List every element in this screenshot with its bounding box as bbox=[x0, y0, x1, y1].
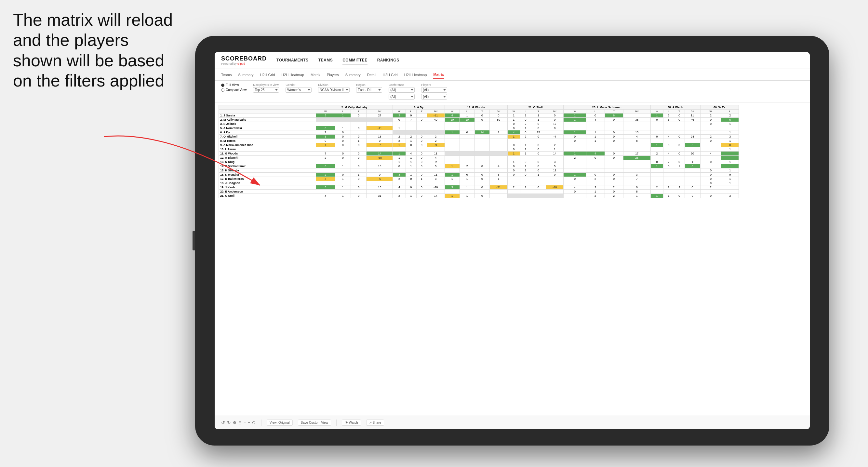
table-row: 7. O Mitchell 30018 2202 120-4 0104 0402… bbox=[219, 135, 739, 139]
sh-w4: W bbox=[507, 110, 520, 114]
player-name: 12. A Bianchi bbox=[219, 156, 316, 160]
subnav-detail[interactable]: Detail bbox=[367, 71, 376, 79]
redo-icon[interactable]: ↻ bbox=[227, 420, 231, 425]
subnav-h2h-grid2[interactable]: H2H Grid bbox=[383, 71, 398, 79]
separator2 bbox=[336, 419, 337, 426]
tablet-device: SCOREBOARD Powered by clippd TOURNAMENTS… bbox=[195, 36, 829, 445]
sh-w1: W bbox=[316, 110, 335, 114]
subnav-matrix[interactable]: Matrix bbox=[311, 71, 320, 79]
sh-w6: W bbox=[650, 110, 663, 114]
subnav-h2h-heatmap2[interactable]: H2H Heatmap bbox=[404, 71, 427, 79]
table-row: 20. E Andersson 0108 bbox=[219, 190, 739, 194]
max-players-label: Max players in view bbox=[253, 83, 279, 87]
player-name: 21. O Stoll bbox=[219, 194, 316, 198]
player-name: 17. D Ballesteros bbox=[219, 177, 316, 181]
subnav-h2h-grid[interactable]: H2H Grid bbox=[260, 71, 275, 79]
table-row: 11. G Woods 70014 14011 11014 14017 2402… bbox=[219, 152, 739, 156]
sh-d4: Dif bbox=[546, 110, 564, 114]
sh-d3: Dif bbox=[490, 110, 507, 114]
clock-icon[interactable]: ⏱ bbox=[252, 421, 256, 425]
col-header-empty bbox=[219, 105, 316, 110]
max-players-select[interactable]: Top 25 Top 10 Top 50 All bbox=[253, 87, 279, 93]
division-select[interactable]: NCAA Division II NCAA Division I NCAA Di… bbox=[318, 87, 350, 93]
player-name: 9. A Maria Jimenez Rios bbox=[219, 143, 316, 147]
table-row: 10. L Perini 0201 1 bbox=[219, 147, 739, 152]
table-row: 13. N Klug 110-2 1003 0201 01 bbox=[219, 160, 739, 164]
view-options: Full View Compact View bbox=[221, 83, 247, 92]
player-name: 7. O Mitchell bbox=[219, 135, 316, 139]
sh-t5: T bbox=[604, 110, 623, 114]
layers-icon[interactable]: ⊞ bbox=[238, 421, 242, 425]
view-original-button[interactable]: View: Original bbox=[267, 419, 293, 426]
sh-w2: W bbox=[393, 110, 406, 114]
sh-l1: L bbox=[335, 110, 350, 114]
compact-view-option[interactable]: Compact View bbox=[221, 88, 247, 92]
conference-select2[interactable]: (All) bbox=[389, 94, 415, 99]
sh-d6: Dif bbox=[685, 110, 700, 114]
player-name: 3. S Jelinek bbox=[219, 122, 316, 126]
settings-icon[interactable]: ⚙ bbox=[233, 421, 237, 425]
table-row: 3. S Jelinek 02017 01 bbox=[219, 122, 739, 126]
subnav-players[interactable]: Players bbox=[327, 71, 339, 79]
full-view-option[interactable]: Full View bbox=[221, 83, 247, 87]
nav-committee[interactable]: COMMITTEE bbox=[342, 57, 368, 64]
filter-bar: Full View Compact View Max players in vi… bbox=[215, 81, 810, 102]
top-navigation: SCOREBOARD Powered by clippd TOURNAMENTS… bbox=[215, 52, 810, 69]
player-name: 16. K Mcgaha bbox=[219, 173, 316, 177]
player-name: 15. H Stranda bbox=[219, 168, 316, 173]
max-players-filter: Max players in view Top 25 Top 10 Top 50… bbox=[253, 83, 279, 93]
col-header-1: 2. M Kelly Mulcahy bbox=[316, 105, 393, 110]
table-row: 6. A Dy 70 10141 4025 11013 1 bbox=[219, 130, 739, 135]
tablet-button bbox=[192, 231, 195, 250]
table-row: 12. A Bianchi 200-58 1104 20025 bbox=[219, 156, 739, 160]
table-row: 19. J Kanh 31013 400-20 310-31 210-10 42… bbox=[219, 185, 739, 190]
save-custom-view-button[interactable]: Save Custom View bbox=[298, 419, 331, 426]
table-row: 18. J Hodgson 01 bbox=[219, 181, 739, 185]
table-row: 9. A Maria Jimenez Rios 100-7 100-9 0102… bbox=[219, 143, 739, 147]
compact-view-radio[interactable] bbox=[221, 89, 224, 92]
table-row: 21. O Stoll 41031 21014 110 221 1109 03 bbox=[219, 194, 739, 198]
subnav-summary[interactable]: Summary bbox=[238, 71, 253, 79]
col-header-3: 11. G Woods bbox=[444, 105, 507, 110]
table-row: 2. M Kelly Mulcahy 07040 1010050 1010 14… bbox=[219, 118, 739, 122]
nav-items: TOURNAMENTS TEAMS COMMITTEE RANKINGS bbox=[276, 57, 399, 64]
undo-icon[interactable]: ↺ bbox=[221, 420, 225, 425]
sh-t3: T bbox=[474, 110, 490, 114]
player-name: 1. J Garcia bbox=[219, 114, 316, 118]
full-view-radio[interactable] bbox=[221, 84, 224, 87]
subnav-summary2[interactable]: Summary bbox=[345, 71, 361, 79]
sh-t2: T bbox=[416, 110, 427, 114]
nav-rankings[interactable]: RANKINGS bbox=[377, 57, 399, 64]
gender-select[interactable]: Women's Men's All bbox=[285, 87, 312, 93]
sh-l6: L bbox=[663, 110, 674, 114]
players-select2[interactable]: (All) bbox=[421, 94, 447, 99]
subnav-matrix2[interactable]: Matrix bbox=[433, 70, 443, 79]
sh-t6: T bbox=[674, 110, 685, 114]
sh-l7: L bbox=[721, 110, 739, 114]
region-select[interactable]: East - DII West - DII All bbox=[356, 87, 382, 93]
sh-l3: L bbox=[460, 110, 474, 114]
player-name: 14. S Srichantamit bbox=[219, 164, 316, 168]
sub-header-empty bbox=[219, 110, 316, 114]
conference-filter: Conference (All) (All) bbox=[389, 83, 415, 99]
nav-tournaments[interactable]: TOURNAMENTS bbox=[276, 57, 309, 64]
minus-icon[interactable]: − bbox=[244, 421, 246, 425]
player-name: 11. G Woods bbox=[219, 152, 316, 156]
sh-l2: L bbox=[406, 110, 416, 114]
plus-icon[interactable]: + bbox=[248, 421, 250, 425]
table-row: 1. J Garcia 31027 30-11 4100 1110 106 13… bbox=[219, 114, 739, 118]
conference-select[interactable]: (All) bbox=[389, 87, 415, 93]
share-button[interactable]: ↗ Share bbox=[366, 419, 384, 426]
col-header-7: 60. W Za bbox=[700, 105, 739, 110]
nav-teams[interactable]: TEAMS bbox=[318, 57, 333, 64]
subnav-teams[interactable]: Teams bbox=[221, 71, 231, 79]
players-select[interactable]: (All) bbox=[421, 87, 447, 93]
watch-button[interactable]: 👁 Watch bbox=[342, 419, 361, 426]
players-filter: Players (All) (All) bbox=[421, 83, 447, 99]
subnav-h2h-heatmap[interactable]: H2H Heatmap bbox=[281, 71, 304, 79]
player-name: 5. A Nomrowski bbox=[219, 126, 316, 130]
col-header-5: 23. L Marie Schumac. bbox=[564, 105, 650, 110]
table-row: 16. K Mcgaha 2010 31011 1005 0010 1003 0… bbox=[219, 173, 739, 177]
col-header-6: 38. A Webb bbox=[650, 105, 700, 110]
logo-area: SCOREBOARD Powered by clippd bbox=[221, 55, 267, 65]
